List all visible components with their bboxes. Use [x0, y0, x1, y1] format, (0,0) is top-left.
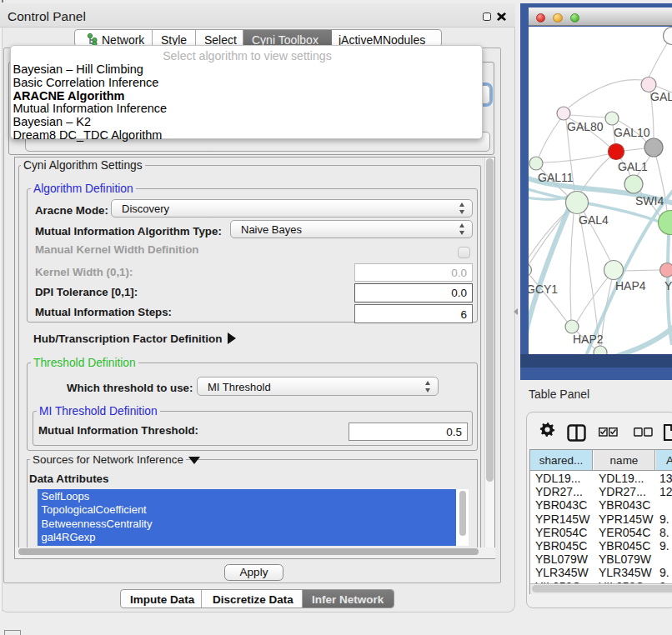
svg-text:Y: Y — [664, 279, 672, 292]
svg-text:SWI4: SWI4 — [635, 194, 664, 208]
svg-text:GAL11: GAL11 — [538, 171, 574, 184]
svg-text:GAL: GAL — [650, 90, 672, 103]
svg-text:GAL4: GAL4 — [579, 213, 609, 227]
svg-text:GCY1: GCY1 — [529, 282, 558, 296]
svg-text:HAP4: HAP4 — [615, 279, 646, 292]
svg-text:GAL10: GAL10 — [614, 126, 650, 139]
svg-text:HAP2: HAP2 — [573, 332, 604, 346]
svg-text:GAL1: GAL1 — [618, 160, 648, 173]
svg-text:GAL80: GAL80 — [567, 120, 604, 133]
